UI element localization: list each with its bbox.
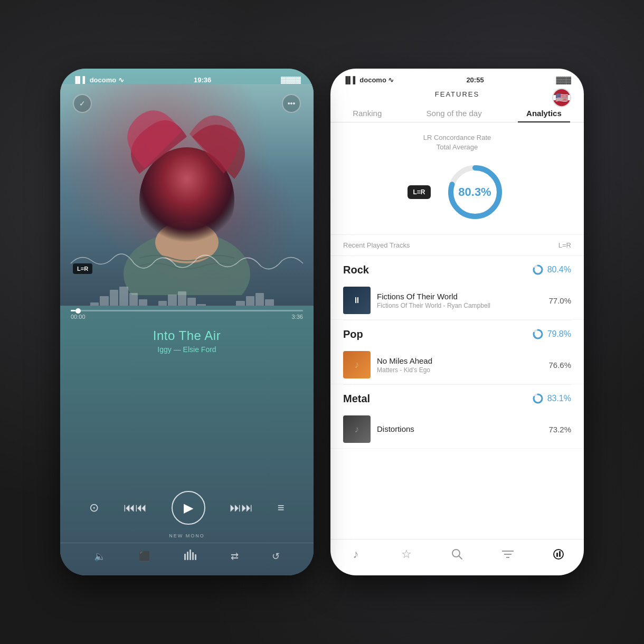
nav-search[interactable] [444,546,470,563]
svg-rect-7 [195,554,196,560]
carrier-name: docomo [90,76,117,84]
menu-button[interactable]: ≡ [278,501,285,515]
progress-dot [75,308,81,314]
bar [119,287,128,306]
nav-favorites[interactable]: ☆ [394,546,419,563]
waveform-svg [60,242,314,285]
lr-badge-right: L=R [408,185,430,199]
track-info-pop-1: No Miles Ahead Matters - Kid's Ego [377,356,542,374]
track-info-metal-1: Distortions [377,424,542,434]
bar [158,301,167,306]
wifi-icon: ∿ [118,76,124,84]
airplay-icon[interactable]: ⬛ [139,551,150,562]
track-subtitle-rock-1: Fictions Of Their World - Ryan Campbell [377,302,542,309]
pause-overlay: ⏸ [343,287,371,314]
progress-track[interactable] [71,310,303,311]
genre-rock-name: Rock [343,264,369,276]
bar [265,299,273,306]
battery-icon-right: ▓▓▓ [556,76,571,84]
repeat-icon[interactable]: ↺ [272,551,280,562]
track-subtitle-pop-1: Matters - Kid's Ego [377,366,542,374]
shuffle-icon[interactable]: ⇄ [231,551,239,562]
track-rock-1[interactable]: ♪ ⏸ Fictions Of Their World Fictions Of … [330,281,584,320]
progress-fill [71,310,75,311]
more-icon: ••• [288,99,296,108]
genre-rock-pct: 80.4% [532,263,571,276]
time-display: 19:36 [194,76,211,84]
svg-rect-23 [559,551,561,557]
concordance-section: LR Concordance Rate Total Average L=R 80… [330,122,584,235]
bar [187,298,196,306]
track-metal-1[interactable]: ♪ Distortions 73.2% [330,410,584,449]
phones-container: ▐▌▌ docomo ∿ 19:36 ▓▓▓▓ ✓ ••• [60,69,584,575]
fast-forward-button[interactable]: ⏭⏭ [230,501,253,515]
track-thumb-metal-1: ♪ [343,415,371,443]
album-art: L=R [60,84,314,306]
filter-icon [502,550,514,559]
rewind-button[interactable]: ⏮⏮ [124,501,147,515]
tab-analytics[interactable]: Analytics [518,105,570,122]
analytics-content: LR Concordance Rate Total Average L=R 80… [330,122,584,539]
track-info-rock-1: Fictions Of Their World Fictions Of Thei… [377,292,542,309]
signal-icon-right: ▐▌▌ [343,76,358,84]
recent-played-header: Recent Played Tracks L=R [330,235,584,256]
play-icon: ▶ [184,500,193,515]
song-info: Into The Air Iggy — Elsie Ford [60,320,314,482]
search-icon [451,548,463,560]
bar [90,302,99,306]
bottom-bar: 🔈 ⬛ ⇄ ↺ [60,543,314,575]
nav-filters[interactable] [495,546,520,563]
controls-row: ⊙ ⏮⏮ ▶ ⏭⏭ ≡ [60,482,314,533]
track-name-pop-1: No Miles Ahead [377,356,542,365]
more-button[interactable]: ••• [282,94,301,113]
lr-label: L=R [558,241,571,249]
play-pause-button[interactable]: ▶ [172,491,205,525]
nav-music[interactable]: ♪ [343,546,368,563]
genre-metal-pct: 83.1% [532,392,571,405]
equalizer-icon [184,550,197,560]
nav-analytics[interactable] [546,546,571,563]
bar [255,293,264,306]
bar [139,299,147,306]
svg-rect-22 [556,553,558,557]
top-controls: ✓ ••• [60,94,314,113]
total-time: 3:36 [292,314,303,320]
bars-container [60,287,314,306]
status-bar-left: ▐▌▌ docomo ∿ 19:36 ▓▓▓▓ [60,69,314,84]
track-pct-pop-1: 76.6% [548,361,571,370]
tab-song-of-the-day[interactable]: Song of the day [418,105,490,122]
pop-donut-icon [532,328,544,340]
signal-icon: ▐▌▌ [73,76,88,84]
donut-container: L=R 80.3% [343,160,571,224]
rock-donut-icon [532,263,544,276]
genre-rock: Rock 80.4% ♪ ⏸ Fictions [330,256,584,320]
bar [100,296,108,306]
track-name-rock-1: Fictions Of Their World [377,292,542,301]
bottom-nav: ♪ ☆ [330,539,584,575]
phone-left: ▐▌▌ docomo ∿ 19:36 ▓▓▓▓ ✓ ••• [60,69,314,575]
track-name-metal-1: Distortions [377,424,542,433]
music-note-icon: ♪ [355,424,359,435]
features-title: FEATURES [330,90,584,98]
track-pop-1[interactable]: ♪ No Miles Ahead Matters - Kid's Ego 76.… [330,346,584,384]
back-button[interactable]: ✓ [73,94,92,113]
svg-rect-3 [184,554,186,560]
waveform-icon[interactable] [184,550,197,563]
vinyl-button[interactable]: ⊙ [89,501,99,515]
bar [168,295,176,306]
bar [236,301,244,306]
current-time: 00:00 [71,314,86,320]
status-bar-right: ▐▌▌ docomo ∿ 20:55 ▓▓▓ [330,69,584,84]
progress-area[interactable] [60,310,314,311]
waveform-area [60,242,314,306]
time-row: 00:00 3:36 [60,311,314,320]
tab-ranking[interactable]: Ranking [344,105,390,122]
svg-rect-5 [190,550,191,560]
analytics-icon [553,548,564,560]
concordance-title: LR Concordance Rate Total Average [343,133,571,152]
carrier-info-right: ▐▌▌ docomo ∿ [343,76,394,84]
volume-icon[interactable]: 🔈 [94,551,106,562]
svg-rect-4 [187,552,188,560]
bar [178,291,186,306]
svg-rect-6 [192,552,194,560]
